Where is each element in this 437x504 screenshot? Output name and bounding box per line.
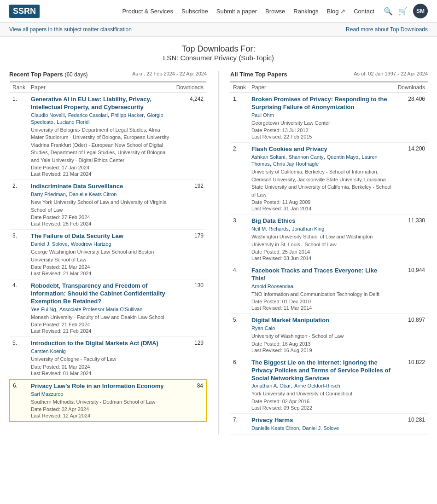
authors: Jonathan A. Obar, Anne Oeldorf-Hirsch [251, 382, 340, 389]
nav-products[interactable]: Product & Services [122, 8, 173, 15]
alltime-papers-table: Rank Paper Downloads 1.Broken Promises o… [230, 81, 428, 434]
header-icons: 🔍 🛒 SM [384, 4, 428, 18]
paper-title-link[interactable]: The Failure of Data Security Law [31, 232, 123, 239]
author-link[interactable]: Yee-Fui Ng [31, 307, 56, 312]
paper-title-link[interactable]: Digital Market Manipulation [251, 317, 329, 324]
paper-title-link[interactable]: Broken Promises of Privacy: Responding t… [251, 96, 387, 110]
paper-title-link[interactable]: Privacy Harms [251, 417, 293, 423]
authors: Sari Mazzurco [31, 390, 63, 397]
author-link[interactable]: Arnold Roosendaal [251, 284, 295, 289]
alltime-paper-header: Paper [249, 82, 395, 93]
recent-section: Recent Top Papers (60 days) As of: 22 Fe… [9, 71, 207, 434]
author-link[interactable]: Quentin Mayo [327, 154, 358, 160]
downloads-cell: 10,822 [395, 356, 428, 413]
table-row: 6.Privacy Law's Role in an Information E… [10, 379, 206, 422]
downloads-cell: 10,281 [395, 413, 428, 434]
nav-submit[interactable]: Submit a paper [216, 8, 257, 15]
author-link[interactable]: Barry Friedman [31, 191, 66, 197]
logo[interactable]: SSRN [9, 5, 40, 18]
table-row: 3.Big Data EthicsNeil M. Richards, Jonat… [230, 214, 428, 264]
author-link[interactable]: Woodrow Hartzog [71, 241, 111, 247]
paper-title-link[interactable]: Privacy Law's Role in an Information Eco… [31, 382, 163, 389]
recent-section-header: Recent Top Papers (60 days) As of: 22 Fe… [9, 71, 207, 78]
authors: Arnold Roosendaal [251, 283, 295, 290]
nav-blog[interactable]: Blog ↗ [327, 8, 346, 15]
paper-cell: Privacy Law's Role in an Information Eco… [28, 379, 174, 422]
paper-title-link[interactable]: Big Data Ethics [251, 217, 295, 224]
affiliation: University of Washington - School of Law [251, 332, 392, 340]
paper-title-link[interactable]: Introduction to the Digital Markets Act … [31, 340, 158, 347]
alltime-section-header: All Time Top Papers As of: 02 Jan 1997 -… [230, 71, 428, 78]
nav-subscribe[interactable]: Subscribe [181, 8, 208, 15]
paper-cell: Introduction to the Digital Markets Act … [28, 337, 174, 379]
authors: Ashkan Soltani, Shannon Canty, Quentin M… [251, 153, 378, 167]
author-link[interactable]: Claudio Novelli [31, 112, 64, 118]
authors: Claudio Novelli, Federico Casolari, Phil… [31, 111, 163, 125]
downloads-cell: 14,200 [395, 143, 428, 214]
recent-rank-header: Rank [10, 82, 28, 93]
author-link[interactable]: Shannon Canty [289, 154, 324, 160]
authors: Daniel J. Solove, Woodrow Hartzog [31, 240, 111, 247]
table-row: 1.Broken Promises of Privacy: Responding… [230, 93, 428, 143]
nav-contact[interactable]: Contact [354, 8, 374, 15]
last-revised: Last Revised: 21 Feb 2024 [31, 328, 171, 334]
rank-cell: 3. [230, 214, 249, 264]
author-link[interactable]: Danielle Keats Citron [251, 425, 299, 431]
affiliation: Monash University - Faculty of Law and D… [31, 313, 171, 321]
author-link[interactable]: Neil M. Richards [251, 226, 289, 232]
author-link[interactable]: Jonathan A. Obar [251, 383, 291, 388]
page-title-line2: LSN: Consumer Privacy (Sub-Topic) [9, 54, 428, 62]
table-row: 4.Robodebt, Transparency and Freedom of … [10, 279, 206, 337]
authors: Danielle Keats Citron, Daniel J. Solove [251, 424, 339, 431]
paper-cell: Indiscriminate Data SurveillanceBarry Fr… [28, 180, 174, 230]
read-more-link[interactable]: Read more about Top Downloads [346, 26, 428, 33]
downloads-cell: 84 [174, 379, 206, 422]
recent-section-asof: As of: 22 Feb 2024 - 22 Apr 2024 [132, 71, 207, 76]
user-avatar[interactable]: SM [413, 4, 428, 18]
nav-rankings[interactable]: Rankings [293, 8, 318, 15]
author-link[interactable]: Paul Ohm [251, 112, 274, 118]
author-link[interactable]: Carsten Koenig [31, 348, 66, 354]
paper-title-link[interactable]: Indiscriminate Data Surveillance [31, 183, 123, 190]
paper-title-link[interactable]: Generative AI in EU Law: Liability, Priv… [31, 96, 151, 110]
author-link[interactable]: Philipp Hacker [111, 112, 144, 118]
author-link[interactable]: Luciano Floridi [57, 119, 90, 125]
cart-button[interactable]: 🛒 [398, 7, 408, 16]
table-row: 5.Introduction to the Digital Markets Ac… [10, 337, 206, 379]
alltime-rank-header: Rank [230, 82, 249, 93]
author-link[interactable]: Jonathan King [292, 226, 324, 232]
author-link[interactable]: Chris Jay Hoofnagle [273, 161, 319, 167]
paper-title-link[interactable]: Flash Cookies and Privacy [251, 145, 327, 152]
downloads-cell: 129 [174, 337, 206, 379]
paper-title-link[interactable]: Robodebt, Transparency and Freedom of In… [31, 282, 165, 305]
search-button[interactable]: 🔍 [384, 7, 393, 16]
authors: Yee-Fui Ng, Associate Professor Maria O'… [31, 306, 142, 313]
author-link[interactable]: Danielle Keats Citron [69, 191, 117, 197]
affiliation: TNO Information and Communication Techno… [251, 290, 392, 298]
author-link[interactable]: Ryan Calo [251, 325, 275, 331]
date-posted: Date Posted: 01 Mar 2024 [31, 364, 171, 370]
author-link[interactable]: Daniel J. Solove [31, 241, 68, 247]
paper-title-link[interactable]: The Biggest Lie on the Internet: Ignorin… [251, 359, 390, 382]
author-link[interactable]: Ashkan Soltani [251, 154, 285, 160]
downloads-cell: 130 [174, 279, 206, 337]
date-posted: Date Posted: 13 Jul 2012 [251, 127, 392, 133]
main-nav: Product & Services Subscribe Submit a pa… [122, 8, 374, 15]
top-links-bar: View all papers in this subject matter c… [0, 23, 437, 37]
view-all-papers-link[interactable]: View all papers in this subject matter c… [9, 26, 132, 33]
paper-title-link[interactable]: Facebook Tracks and Traces Everyone: Lik… [251, 267, 377, 282]
last-revised: Last Revised: 03 Jun 2014 [251, 255, 392, 261]
last-revised: Last Revised: 01 Mar 2024 [31, 371, 171, 376]
authors: Paul Ohm [251, 111, 274, 118]
affiliation: New York University School of Law and Un… [31, 198, 171, 214]
author-link[interactable]: Anne Oeldorf-Hirsch [294, 383, 340, 388]
table-row: 2.Flash Cookies and PrivacyAshkan Soltan… [230, 143, 428, 214]
recent-section-title: Recent Top Papers (60 days) [9, 71, 87, 78]
recent-table-header: Rank Paper Downloads [10, 82, 206, 93]
author-link[interactable]: Daniel J. Solove [303, 425, 339, 431]
author-link[interactable]: Associate Professor Maria O'Sullivan [59, 307, 143, 312]
author-link[interactable]: Sari Mazzurco [31, 391, 63, 397]
author-link[interactable]: Federico Casolari [68, 112, 108, 118]
nav-browse[interactable]: Browse [265, 8, 285, 15]
date-posted: Date Posted: 11 Aug 2009 [251, 199, 392, 205]
